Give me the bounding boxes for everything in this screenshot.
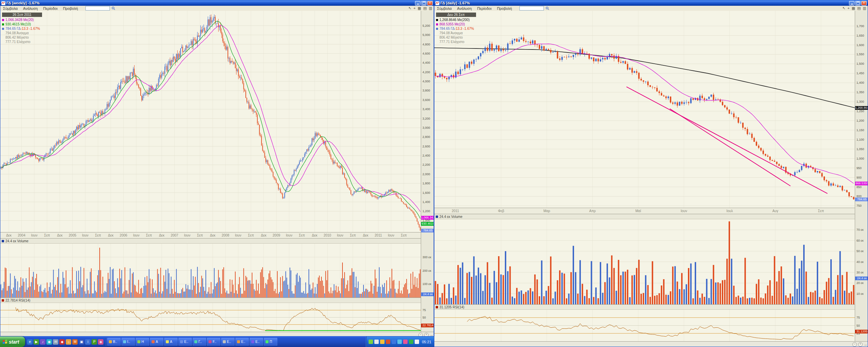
taskbar-window-button[interactable]: Ε..	[221, 338, 235, 346]
taskbar-window-button[interactable]: F..	[207, 338, 220, 346]
rsi-pane-label: 31.1205 RSI(14)	[439, 305, 464, 309]
taskbar-window-button[interactable]: Γ..	[193, 338, 206, 346]
tray-icon[interactable]	[415, 340, 419, 344]
pane-grid-icon[interactable]: ▦	[418, 6, 421, 11]
menu-item-Προβολή[interactable]: Προβολή	[60, 6, 81, 11]
menu-item-Σύμβολα[interactable]: Σύμβολα	[0, 6, 20, 11]
tray-icon[interactable]	[403, 340, 408, 344]
pointer-tool-icon[interactable]: ↖	[408, 6, 411, 11]
search-icon[interactable]	[546, 6, 549, 10]
close-button[interactable]: ×	[861, 1, 867, 5]
chart-area-daily[interactable]: 2011ΦεβΜαρΑπρΜαϊΙουνΙουλΑυγΣεπ24.4 εκ Vo…	[434, 11, 868, 347]
menu-item-Ανάλυση[interactable]: Ανάλυση	[454, 6, 474, 11]
taskbar-window-button[interactable]: Ε..	[235, 338, 249, 346]
minimize-button[interactable]	[415, 1, 420, 5]
symbol-search-input[interactable]	[85, 6, 110, 11]
menu-item-Περίοδοι[interactable]: Περίοδοι	[40, 6, 60, 11]
y-axis-label: 4,600	[422, 52, 430, 55]
pane-grid-icon[interactable]: ▦	[852, 6, 855, 11]
legend-swatch	[2, 28, 4, 30]
quick-launch-icon-7[interactable]: ☼	[66, 339, 71, 345]
rsi-plot[interactable]	[434, 310, 855, 341]
menu-item-Περίοδοι[interactable]: Περίοδοι	[474, 6, 494, 11]
y-axis-label: 1,600	[856, 43, 864, 47]
tray-icon[interactable]	[409, 340, 413, 344]
pane-rows-icon[interactable]: ▤	[423, 6, 427, 11]
taskbar-window-button[interactable]: Β..	[107, 338, 121, 346]
title-bar[interactable]: ΓΔ [daily] -1.67% ×	[434, 0, 868, 6]
x-axis-label: Ιουν	[235, 233, 241, 237]
quick-launch-icon-6[interactable]: ◆	[59, 339, 65, 345]
rsi-axis-label: 50	[422, 316, 426, 319]
price-plot[interactable]	[0, 11, 421, 232]
quick-launch-icon-10[interactable]: i	[85, 339, 91, 345]
search-icon[interactable]	[112, 6, 115, 10]
zoom-in-tool-icon[interactable]: +	[413, 6, 415, 11]
y-axis-label: 1,150	[856, 128, 864, 132]
zoom-out-button[interactable]: −	[418, 333, 423, 336]
zoom-in-tool-icon[interactable]: +	[847, 6, 849, 11]
taskbar-window-button[interactable]: Ι..	[121, 338, 135, 346]
menu-item-Προβολή[interactable]: Προβολή	[494, 6, 515, 11]
zoom-controls: −+↔	[852, 342, 867, 347]
chart-area-weekly[interactable]: Δεκ2004ΙουνΣεπΔεκ2005ΙουνΣεπΔεκ2006ΙουνΣ…	[0, 11, 434, 336]
maximize-button[interactable]	[855, 1, 861, 5]
tray-icon[interactable]	[374, 340, 379, 344]
maximize-button[interactable]	[421, 1, 427, 5]
y-axis-label: 850	[856, 185, 862, 189]
taskbar-window-button[interactable]: Π	[264, 338, 277, 346]
quick-launch-icon-8[interactable]: M	[72, 339, 78, 345]
volume-legend-swatch	[2, 240, 4, 242]
quick-launch-icon-4[interactable]: ◉	[46, 339, 52, 345]
quick-launch-icon-9[interactable]: ▣	[79, 339, 84, 345]
quick-launch-icon-5[interactable]: ✉	[53, 339, 58, 345]
y-axis-label: 1,050	[856, 147, 864, 151]
pane-rows-icon[interactable]: ▤	[857, 6, 861, 11]
taskbar-window-button[interactable]: Ε..	[250, 338, 263, 346]
pane-cols-icon[interactable]: ▥	[429, 6, 432, 11]
quick-launch-icon-2[interactable]: ▶	[34, 339, 39, 345]
taskbar-window-button[interactable]: Η	[136, 338, 149, 346]
zoom-in-button[interactable]: +	[424, 333, 429, 336]
taskbar-window-button[interactable]: Α	[150, 338, 163, 346]
taskbar-window-icon	[237, 340, 240, 343]
menu-item-Σύμβολα[interactable]: Σύμβολα	[434, 6, 454, 11]
price-tag: 1,066.342	[421, 216, 434, 220]
taskbar-window-button[interactable]: Ε..	[178, 338, 192, 346]
tray-icon[interactable]	[397, 340, 402, 344]
tray-icon[interactable]	[380, 340, 384, 344]
tray-icon[interactable]	[369, 340, 373, 344]
pane-cols-icon[interactable]: ▥	[863, 6, 866, 11]
x-axis-label: Ιουν	[184, 233, 191, 237]
symbol-search-input[interactable]	[519, 6, 544, 11]
x-axis-label: 2010	[323, 233, 331, 237]
start-button[interactable]: start	[0, 336, 25, 347]
rsi-plot[interactable]	[0, 303, 421, 332]
zoom-in-button[interactable]: +	[858, 342, 863, 347]
close-button[interactable]: ×	[427, 1, 433, 5]
zoom-out-button[interactable]: −	[852, 342, 857, 347]
quick-launch-icon-12[interactable]: ◈	[98, 339, 103, 345]
tray-icon[interactable]	[386, 340, 390, 344]
taskbar-window-button[interactable]: Α	[164, 338, 178, 346]
fit-range-button[interactable]: ↔	[864, 343, 867, 346]
minimize-button[interactable]	[849, 1, 854, 5]
taskbar-clock: 05:21	[422, 340, 431, 344]
pointer-tool-icon[interactable]: ↖	[842, 6, 845, 11]
y-axis-label: 1,650	[856, 34, 864, 37]
quick-launch-icon-3[interactable]: ♪	[40, 339, 45, 345]
quick-launch-icon-11[interactable]: P	[92, 339, 97, 345]
title-bar[interactable]: ΓΔ [weekly] -1.67% ×	[0, 0, 434, 6]
volume-plot[interactable]	[434, 219, 855, 304]
volume-plot[interactable]	[0, 244, 421, 298]
legend-row: 1,268.8646 Με(200)	[436, 18, 476, 22]
price-tag: 784.65	[421, 229, 434, 232]
x-axis-label: Ιουλ	[726, 209, 733, 213]
legend-row: 868.5355 Με(20)	[436, 22, 476, 26]
tray-icon[interactable]	[392, 340, 396, 344]
legend-text: 1,066.3428 Με(20)	[5, 18, 34, 22]
price-plot[interactable]	[434, 11, 855, 208]
menu-item-Ανάλυση[interactable]: Ανάλυση	[20, 6, 40, 11]
fit-range-button[interactable]: ↔	[430, 333, 433, 336]
quick-launch-icon-1[interactable]: e	[27, 339, 33, 345]
